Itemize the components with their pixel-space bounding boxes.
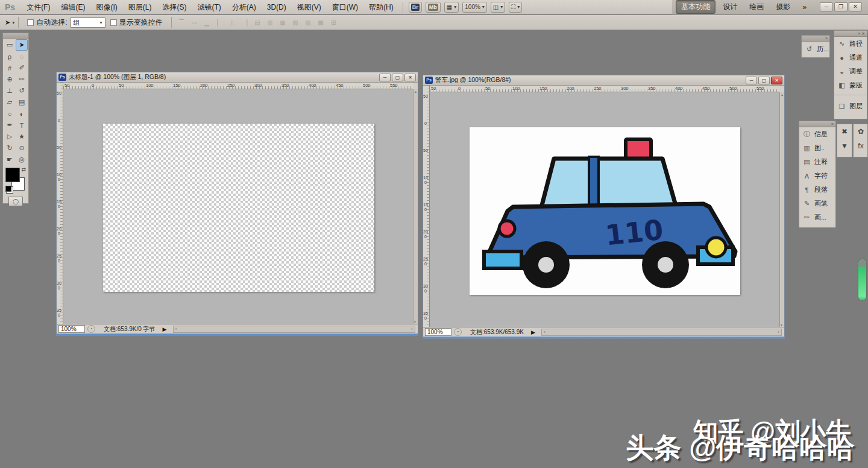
- menu-item[interactable]: 图像(I): [90, 0, 122, 14]
- menu-item[interactable]: 窗口(W): [327, 0, 363, 14]
- styles-panel-icon[interactable]: fx: [854, 139, 868, 153]
- history-panel-tab[interactable]: » ↺ 历...: [801, 35, 830, 58]
- workspace-essentials-button[interactable]: 基本功能: [676, 0, 715, 14]
- launch-mini-bridge-button[interactable]: Mb: [426, 2, 441, 13]
- zoom-level-button[interactable]: 100%▾: [462, 2, 487, 13]
- 3d-rotate-tool[interactable]: ↻: [4, 142, 16, 154]
- paragraph-panel[interactable]: ¶ 段落: [799, 183, 835, 197]
- align-top-icon[interactable]: ▔: [177, 18, 187, 27]
- tool-presets-panel-icon[interactable]: ✖: [837, 124, 852, 139]
- blur-tool[interactable]: ○: [4, 108, 16, 119]
- minimize-button[interactable]: ─: [379, 74, 391, 81]
- horizontal-scrollbar[interactable]: ‹›: [541, 329, 782, 336]
- notes-panel[interactable]: ▤ 注释: [799, 155, 835, 169]
- police-car-image[interactable]: 110: [470, 127, 740, 295]
- current-tool-badge[interactable]: ➤ ▾: [5, 19, 14, 27]
- spot-healing-brush-tool[interactable]: ⊕: [4, 74, 16, 85]
- menu-item[interactable]: 帮助(H): [363, 0, 399, 14]
- auto-select-dropdown[interactable]: 组 ▾: [71, 17, 105, 28]
- menu-item[interactable]: 图层(L): [123, 0, 157, 14]
- paths-panel[interactable]: ∿ 路径: [834, 37, 867, 51]
- tools-panel-header[interactable]: [3, 33, 28, 39]
- distribute-left-icon[interactable]: ▧: [291, 18, 301, 27]
- canvas-area[interactable]: [63, 89, 413, 324]
- horizontal-scrollbar[interactable]: ‹›: [173, 326, 415, 333]
- arrange-documents-button[interactable]: ◫▾: [491, 2, 505, 13]
- maximize-button[interactable]: ▢: [392, 74, 403, 81]
- auto-select-checkbox[interactable]: [27, 19, 34, 26]
- pen-tool[interactable]: ✒: [4, 119, 16, 131]
- brush-tool[interactable]: ✏: [16, 74, 28, 85]
- eyedropper-tool[interactable]: ✐: [16, 62, 28, 74]
- menu-item[interactable]: 滤镜(T): [192, 0, 226, 14]
- quick-selection-tool[interactable]: ◌: [16, 51, 28, 62]
- menu-item[interactable]: 编辑(E): [55, 0, 90, 14]
- close-button[interactable]: ✕: [771, 77, 782, 84]
- close-button[interactable]: ✕: [849, 2, 862, 11]
- move-tool[interactable]: ➤: [16, 39, 28, 51]
- show-transform-checkbox[interactable]: [110, 19, 117, 26]
- zoom-tool[interactable]: ◎: [16, 154, 28, 165]
- histogram-panel[interactable]: ▥ 图..: [799, 141, 835, 155]
- dodge-tool[interactable]: ◐: [16, 108, 28, 119]
- maximize-button[interactable]: ▢: [758, 77, 770, 84]
- zoom-input[interactable]: 100%: [58, 325, 85, 333]
- minimize-button[interactable]: ─: [746, 77, 757, 84]
- menu-item[interactable]: 视图(V): [292, 0, 327, 14]
- eraser-tool[interactable]: ▱: [4, 96, 16, 108]
- rectangular-marquee-tool[interactable]: ▭: [4, 39, 16, 51]
- minimize-button[interactable]: ─: [820, 2, 833, 11]
- vertical-scrollbar[interactable]: ▴▾: [413, 89, 418, 324]
- document-titlebar[interactable]: Ps 未标题-1 @ 100% (图层 1, RGB/8) ─ ▢ ✕: [57, 72, 418, 83]
- vertical-scrollbar[interactable]: ▴▾: [779, 92, 784, 327]
- color-panel-icon[interactable]: ✿: [854, 124, 868, 139]
- panel-header[interactable]: »: [799, 121, 835, 127]
- align-right-icon[interactable]: ▕: [240, 18, 250, 27]
- distribute-top-icon[interactable]: ▤: [253, 18, 263, 27]
- custom-shape-tool[interactable]: ★: [16, 131, 28, 142]
- workspace-button[interactable]: 摄影: [771, 1, 795, 13]
- workspace-button[interactable]: 绘画: [744, 1, 769, 13]
- menu-item[interactable]: 3D(D): [262, 0, 292, 14]
- channels-panel[interactable]: ● 通道: [834, 51, 867, 65]
- type-tool[interactable]: T: [16, 119, 28, 131]
- brush-presets-panel[interactable]: ✏ 画...: [799, 210, 835, 224]
- align-left-icon[interactable]: ▏: [215, 18, 225, 27]
- default-colors-icon[interactable]: [5, 186, 11, 192]
- launch-bridge-button[interactable]: Br: [409, 2, 422, 13]
- swap-colors-icon[interactable]: ⇄: [21, 166, 26, 172]
- close-button[interactable]: ✕: [404, 74, 416, 81]
- path-selection-tool[interactable]: ▷: [4, 131, 16, 142]
- brush-panel[interactable]: ✎ 画笔: [799, 197, 835, 210]
- distribute-hcenter-icon[interactable]: ▨: [303, 18, 313, 27]
- screen-mode-button[interactable]: ⛶▾: [509, 2, 522, 13]
- crop-tool[interactable]: #: [4, 62, 16, 74]
- foreground-color-swatch[interactable]: [5, 168, 20, 182]
- status-menu-arrow[interactable]: ▶: [531, 329, 535, 335]
- view-extras-button[interactable]: ▦▾: [444, 2, 459, 13]
- menu-item[interactable]: 选择(S): [157, 0, 192, 14]
- clone-source-panel-icon[interactable]: ▼: [837, 139, 852, 153]
- menu-item[interactable]: 文件(F): [21, 0, 55, 14]
- auto-align-icon[interactable]: ⊞: [329, 18, 339, 27]
- character-panel[interactable]: A 字符: [799, 169, 835, 183]
- zoom-input[interactable]: 100%: [425, 328, 451, 336]
- layers-panel[interactable]: ❏ 图层: [834, 100, 867, 113]
- workspace-more-button[interactable]: »: [797, 2, 811, 13]
- document-titlebar[interactable]: Ps 警车.jpg @ 100%(RGB/8#) ─ ▢ ✕: [423, 75, 784, 86]
- menu-item[interactable]: 分析(A): [227, 0, 262, 14]
- canvas-area[interactable]: 110: [430, 92, 779, 327]
- 3d-orbit-tool[interactable]: ⊙: [16, 142, 28, 154]
- clone-stamp-tool[interactable]: ⊥: [4, 85, 16, 96]
- restore-button[interactable]: ❐: [834, 2, 848, 11]
- info-panel[interactable]: ⓘ 信息: [799, 127, 835, 141]
- align-bottom-icon[interactable]: ▁: [202, 18, 212, 27]
- hand-tool[interactable]: ☛: [4, 154, 16, 165]
- align-vcenter-icon[interactable]: ▭: [189, 18, 200, 27]
- lasso-tool[interactable]: ϱ: [4, 51, 16, 62]
- workspace-button[interactable]: 设计: [718, 1, 742, 13]
- panel-header[interactable]: »: [802, 36, 829, 42]
- align-hcenter-icon[interactable]: ▯: [227, 18, 237, 27]
- history-brush-tool[interactable]: ↺: [16, 85, 28, 96]
- distribute-vcenter-icon[interactable]: ▥: [265, 18, 275, 27]
